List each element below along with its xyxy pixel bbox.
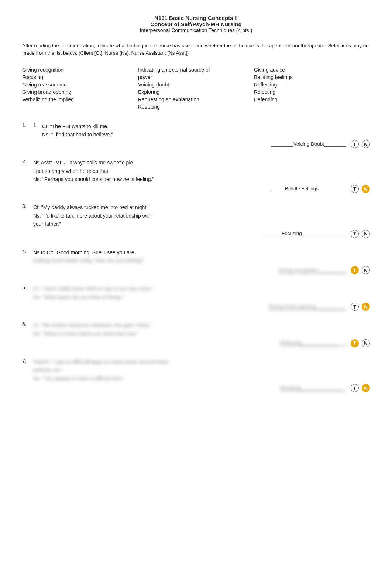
question-4-t-circle[interactable]: T bbox=[351, 266, 359, 274]
question-7-row: 7. Patient: "I get so difficulthappy so … bbox=[22, 358, 370, 382]
question-7: 7. Patient: "I get so difficulthappy so … bbox=[22, 358, 370, 392]
question-5-n-circle[interactable]: N bbox=[362, 303, 370, 311]
question-1: 1. 1. Ct: "The FBI wants to kill me." Ns… bbox=[22, 122, 370, 149]
question-6-n-circle[interactable]: N bbox=[362, 339, 370, 347]
question-6-row: 6. Ct: "My mother deserves whatever she … bbox=[22, 321, 370, 338]
question-5: 5. Ct: "I don't really know what to say … bbox=[22, 285, 370, 311]
term-item: Voicing doubt bbox=[138, 81, 254, 88]
question-3-tn: T N bbox=[351, 230, 370, 238]
term-item: Reflecting bbox=[254, 81, 370, 88]
question-1-t-circle[interactable]: T bbox=[351, 140, 359, 148]
question-subnum: 1. bbox=[33, 122, 42, 128]
term-item: Exploring bbox=[138, 88, 254, 96]
question-2-speaker1: Ns Asst: "Mr. J. always calls me sweetie… bbox=[33, 159, 370, 167]
term-item: Indicating an external source of bbox=[138, 66, 254, 74]
question-2-n-circle[interactable]: N bbox=[362, 185, 370, 193]
question-1-answer-row: ________Voicing Doubt________ T N bbox=[22, 140, 370, 148]
term-item: Verbalizing the implied bbox=[22, 96, 138, 103]
question-3-content: Ct: "My daddy always tucked me into bed … bbox=[33, 203, 370, 228]
question-7-answer-row: Restating_______________ T N bbox=[22, 384, 370, 392]
question-2-content: Ns Asst: "Mr. J. always calls me sweetie… bbox=[33, 159, 370, 183]
question-5-speaker1-blurred: Ct: "I don't really know what to say to … bbox=[33, 285, 370, 293]
question-3-n-circle[interactable]: N bbox=[362, 230, 370, 238]
question-4-n-circle[interactable]: N bbox=[362, 266, 370, 274]
question-6: 6. Ct: "My mother deserves whatever she … bbox=[22, 321, 370, 347]
term-item: Defending bbox=[254, 96, 370, 103]
question-5-row: 5. Ct: "I don't really know what to say … bbox=[22, 285, 370, 301]
term-item: Restating bbox=[138, 103, 254, 110]
header-line3: Interpersonal Communication Techniques (… bbox=[22, 27, 370, 33]
question-1-row: 1. 1. Ct: "The FBI wants to kill me." Ns… bbox=[22, 122, 370, 139]
question-3: 3. Ct: "My daddy always tucked me into b… bbox=[22, 203, 370, 238]
question-1-tn: T N bbox=[351, 140, 370, 148]
question-7-answer: Restating_______________ bbox=[280, 385, 346, 391]
header-line2: Concept of Self/Psych-MH Nursing bbox=[22, 21, 370, 27]
question-num: 1. bbox=[22, 122, 33, 128]
terms-col1: Giving recognition Focusing Giving reass… bbox=[22, 66, 138, 110]
question-4-answer: Giving recognition__________ bbox=[279, 267, 346, 273]
term-item: Giving reassurance bbox=[22, 81, 138, 88]
question-2: 2. Ns Asst: "Mr. J. always calls me swee… bbox=[22, 159, 370, 193]
question-1-content: Ct: "The FBI wants to kill me." Ns: "I f… bbox=[42, 122, 370, 139]
question-3-speaker1: Ct: "My daddy always tucked me into bed … bbox=[33, 203, 370, 211]
term-item: Giving recognition bbox=[22, 66, 138, 74]
term-item: power bbox=[138, 74, 254, 81]
question-4-speaker1: Ns to Ct: "Good morning, Sue. I see you … bbox=[33, 248, 370, 256]
question-num: 7. bbox=[22, 358, 33, 364]
term-item: Giving advice bbox=[254, 66, 370, 74]
question-6-answer: Reflecting_____________ bbox=[280, 340, 346, 346]
question-1-speaker2: Ns: "I find that hard to believe." bbox=[42, 130, 370, 139]
question-num: 5. bbox=[22, 285, 33, 290]
page-header: N131 Basic Nursing Concepts II Concept o… bbox=[22, 15, 370, 33]
question-5-answer-row: Giving broad opening___________ T N bbox=[22, 303, 370, 311]
question-6-content: Ct: "My mother deserves whatever she get… bbox=[33, 321, 370, 338]
question-5-t-circle[interactable]: T bbox=[351, 303, 359, 311]
question-2-speaker3: Ns: "Perhaps you should consider how he … bbox=[33, 175, 370, 183]
question-4-content: Ns to Ct: "Good morning, Sue. I see you … bbox=[33, 248, 370, 265]
question-5-tn: T N bbox=[351, 303, 370, 311]
intro-text: After reading the communication, indicat… bbox=[22, 42, 370, 57]
question-4-answer-row: Giving recognition__________ T N bbox=[22, 266, 370, 274]
question-4: 4. Ns to Ct: "Good morning, Sue. I see y… bbox=[22, 248, 370, 275]
term-item: Belittling feelings bbox=[254, 74, 370, 81]
question-1-speaker1: Ct: "The FBI wants to kill me." bbox=[42, 122, 370, 130]
question-6-speaker1-blurred: Ct: "My mother deserves whatever she get… bbox=[33, 321, 370, 329]
questions-section: 1. 1. Ct: "The FBI wants to kill me." Ns… bbox=[22, 122, 370, 392]
question-7-n-circle[interactable]: N bbox=[362, 384, 370, 392]
question-4-tn: T N bbox=[351, 266, 370, 274]
question-3-row: 3. Ct: "My daddy always tucked me into b… bbox=[22, 203, 370, 228]
question-3-answer: _______Focusing________________ bbox=[262, 231, 346, 237]
question-7-content: Patient: "I get so difficulthappy so man… bbox=[33, 358, 370, 382]
question-3-speaker3: your father." bbox=[33, 220, 370, 228]
question-5-speaker2-blurred: Ns: "What topics do you think of things.… bbox=[33, 293, 370, 301]
question-6-t-circle[interactable]: T bbox=[351, 339, 359, 347]
question-4-row: 4. Ns to Ct: "Good morning, Sue. I see y… bbox=[22, 248, 370, 265]
question-3-t-circle[interactable]: T bbox=[351, 230, 359, 238]
question-4-speaker2-blurred: looking much better today. How are you f… bbox=[33, 256, 370, 265]
question-6-tn: T N bbox=[351, 339, 370, 347]
question-1-n-circle[interactable]: N bbox=[362, 140, 370, 148]
question-2-row: 2. Ns Asst: "Mr. J. always calls me swee… bbox=[22, 159, 370, 183]
question-num: 4. bbox=[22, 248, 33, 254]
question-2-speaker2: I get so angry when he does that." bbox=[33, 167, 370, 175]
term-item: Focusing bbox=[22, 74, 138, 81]
terms-grid: Giving recognition Focusing Giving reass… bbox=[22, 66, 370, 110]
question-5-answer: Giving broad opening___________ bbox=[268, 304, 346, 310]
question-7-tn: T N bbox=[351, 384, 370, 392]
header-line1: N131 Basic Nursing Concepts II bbox=[22, 15, 370, 21]
question-1-answer: ________Voicing Doubt________ bbox=[271, 141, 346, 147]
terms-col3: Giving advice Belittling feelings Reflec… bbox=[254, 66, 370, 110]
question-3-speaker2: Ns: "I'd like to talk more about your re… bbox=[33, 212, 370, 220]
question-7-speaker3-blurred: Ns: "You appear to have a difficult time… bbox=[33, 374, 370, 382]
term-item: Giving broad opening bbox=[22, 88, 138, 96]
question-2-answer-row: _____Belittle Fellings__________ T N bbox=[22, 185, 370, 193]
question-6-speaker2-blurred: Ns: "What is it that makes you think tha… bbox=[33, 330, 370, 338]
question-2-answer: _____Belittle Fellings__________ bbox=[271, 186, 346, 192]
question-2-tn: T N bbox=[351, 185, 370, 193]
question-num: 2. bbox=[22, 159, 33, 164]
question-7-t-circle[interactable]: T bbox=[351, 384, 359, 392]
question-3-answer-row: _______Focusing________________ T N bbox=[22, 230, 370, 238]
question-2-t-circle[interactable]: T bbox=[351, 185, 359, 193]
question-6-answer-row: Reflecting_____________ T N bbox=[22, 339, 370, 347]
term-item: Rejecting bbox=[254, 88, 370, 96]
